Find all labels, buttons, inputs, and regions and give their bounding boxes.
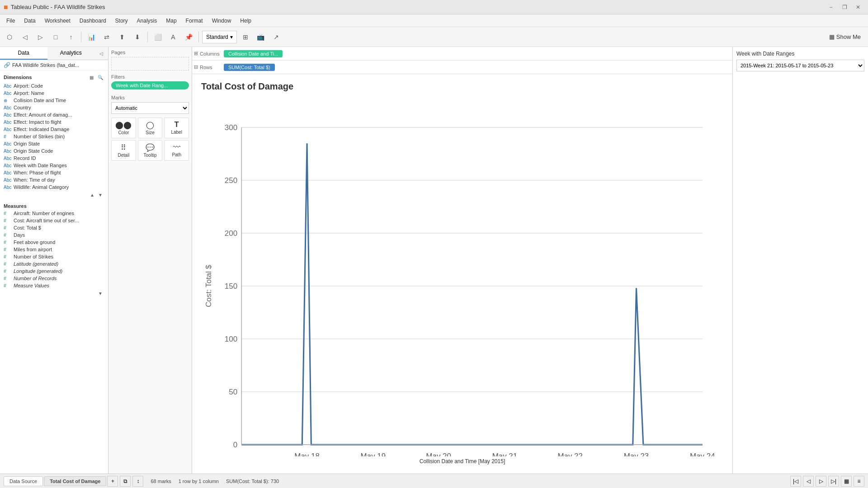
minimize-button[interactable]: − (825, 3, 837, 12)
pages-drop-zone (111, 57, 189, 70)
show-me-button[interactable]: ▦ Show Me (825, 32, 865, 42)
dimensions-scroll-up[interactable]: ▲ (88, 191, 96, 199)
swap-button[interactable]: ⇄ (100, 30, 113, 44)
dimension-item[interactable]: AbcOrigin State (0, 140, 108, 147)
prev-page-button[interactable]: ◁ (803, 476, 814, 487)
dimension-item[interactable]: AbcWeek with Date Ranges (0, 162, 108, 169)
svg-text:250: 250 (225, 176, 237, 185)
dropdown-arrow-icon: ▾ (230, 34, 233, 40)
duplicate-sheet-button[interactable]: ⧉ (120, 476, 131, 487)
measure-type-icon: # (4, 247, 12, 252)
columns-pill[interactable]: Collision Date and Ti... (224, 50, 283, 57)
marks-label-button[interactable]: T Label (164, 117, 189, 138)
measures-scroll-down[interactable]: ▼ (96, 289, 104, 297)
dimension-item[interactable]: AbcOrigin State Code (0, 147, 108, 155)
tab-total-cost[interactable]: Total Cost of Damage (44, 476, 106, 486)
sort-asc-button[interactable]: ⬆ (115, 30, 129, 44)
rows-shelf-label: ⊟ Rows (194, 64, 221, 70)
move-sheet-button[interactable]: ↕ (132, 476, 143, 487)
measure-item[interactable]: #Number of Records (0, 275, 108, 282)
svg-text:May 23: May 23 (624, 452, 649, 456)
label-button[interactable]: A (166, 30, 180, 44)
menu-item-file[interactable]: File (2, 16, 19, 26)
x-axis-label: Collision Date and Time [May 2015] (201, 458, 723, 465)
back-button[interactable]: ◁ (18, 30, 32, 44)
measure-item[interactable]: #Aircraft: Number of engines (0, 210, 108, 217)
dimensions-scroll-down[interactable]: ▼ (96, 191, 104, 199)
dimension-item[interactable]: AbcWildlife: Animal Category (0, 183, 108, 191)
marks-grid: ⬤⬤ Color ◯ Size T Label ⠿ Detail 💬 Toolt… (111, 117, 189, 161)
measure-item[interactable]: #Days (0, 231, 108, 239)
maximize-button[interactable]: ❐ (838, 3, 851, 12)
measure-item[interactable]: #Cost: Aircraft time out of ser... (0, 217, 108, 224)
dimension-item[interactable]: AbcEffect: Amount of damag... (0, 111, 108, 118)
measure-item[interactable]: #Latitude (generated) (0, 260, 108, 267)
fit-button[interactable]: ⊞ (239, 30, 252, 44)
dim-grid-view-button[interactable]: ▦ (87, 73, 95, 81)
marks-type-select[interactable]: Automatic Bar Line Area Circle (111, 102, 189, 114)
save-button[interactable]: □ (49, 30, 62, 44)
measure-type-icon: # (4, 276, 12, 281)
dimension-item[interactable]: AbcWhen: Time of day (0, 176, 108, 183)
group-button[interactable]: ⬜ (151, 30, 165, 44)
menu-item-dashboard[interactable]: Dashboard (75, 16, 111, 26)
menu-item-worksheet[interactable]: Worksheet (40, 16, 75, 26)
marks-color-button[interactable]: ⬤⬤ Color (111, 117, 136, 138)
menu-item-window[interactable]: Window (208, 16, 236, 26)
sum-status: SUM(Cost: Total $): 730 (226, 479, 279, 484)
dimension-item[interactable]: ⊕Collision Date and Time (0, 97, 108, 104)
menu-item-help[interactable]: Help (236, 16, 256, 26)
present-button[interactable]: 📺 (254, 30, 268, 44)
measure-item[interactable]: #Number of Strikes (0, 253, 108, 260)
next-page-button[interactable]: ▷ (816, 476, 826, 487)
first-page-button[interactable]: |◁ (790, 476, 801, 487)
dimension-item[interactable]: AbcEffect: Impact to flight (0, 118, 108, 126)
new-sheet-button[interactable]: + (107, 476, 118, 487)
dimension-item[interactable]: AbcRecord ID (0, 155, 108, 162)
statusbar-right-controls: |◁ ◁ ▷ ▷| ▦ ≡ (790, 476, 864, 487)
menu-item-story[interactable]: Story (111, 16, 132, 26)
dimension-item[interactable]: AbcEffect: Indicated Damage (0, 126, 108, 133)
marks-detail-button[interactable]: ⠿ Detail (111, 140, 136, 161)
standard-dropdown[interactable]: Standard ▾ (202, 31, 237, 43)
measure-item[interactable]: #Longitude (generated) (0, 267, 108, 275)
marks-path-button[interactable]: 〰 Path (164, 140, 189, 161)
close-button[interactable]: ✕ (852, 3, 864, 12)
tab-data-source[interactable]: Data Source (4, 476, 43, 486)
list-view-button[interactable]: ≡ (854, 476, 864, 487)
sort-desc-button[interactable]: ⬇ (131, 30, 144, 44)
measure-item[interactable]: #Miles from airport (0, 246, 108, 253)
measure-item[interactable]: #Measure Values (0, 282, 108, 289)
share-button[interactable]: ↗ (269, 30, 283, 44)
new-button[interactable]: ⬡ (3, 30, 16, 44)
dimension-item[interactable]: AbcAirport: Name (0, 89, 108, 97)
publish-button[interactable]: ↑ (64, 30, 78, 44)
measure-item[interactable]: #Cost: Total $ (0, 224, 108, 231)
dim-search-button[interactable]: 🔍 (96, 73, 104, 81)
measure-item[interactable]: #Feet above ground (0, 239, 108, 246)
marks-size-button[interactable]: ◯ Size (138, 117, 163, 138)
menu-item-analysis[interactable]: Analysis (132, 16, 162, 26)
panel-collapse-button[interactable]: ◁ (97, 49, 105, 57)
tab-data[interactable]: Data (0, 47, 47, 60)
dimension-item[interactable]: #Number of Strikes (bin) (0, 133, 108, 140)
rows-pill[interactable]: SUM(Cost: Total $) (224, 64, 275, 71)
dimension-item[interactable]: AbcAirport: Code (0, 82, 108, 89)
menu-item-data[interactable]: Data (19, 16, 40, 26)
filter-panel-dropdown[interactable]: 2015-Week 21: 2015-05-17 to 2015-05-23 (736, 60, 864, 71)
chart-type-button[interactable]: 📊 (85, 30, 98, 44)
tab-analytics[interactable]: Analytics (47, 47, 95, 60)
menu-item-map[interactable]: Map (161, 16, 181, 26)
last-page-button[interactable]: ▷| (828, 476, 839, 487)
menu-item-format[interactable]: Format (181, 16, 208, 26)
dimension-item[interactable]: AbcWhen: Phase of flight (0, 169, 108, 176)
dimension-item[interactable]: AbcCountry (0, 104, 108, 111)
marks-tooltip-button[interactable]: 💬 Tooltip (138, 140, 163, 161)
svg-text:May 20: May 20 (426, 452, 451, 456)
forward-button[interactable]: ▷ (33, 30, 47, 44)
filter-pill[interactable]: Week with Date Rang... (111, 81, 189, 89)
chart-area: Total Cost of Damage 0 50 100 150 200 25… (192, 74, 732, 474)
grid-view-button[interactable]: ▦ (841, 476, 852, 487)
fix-button[interactable]: 📌 (182, 30, 195, 44)
statusbar-tabs: Data Source Total Cost of Damage + ⧉ ↕ (4, 476, 143, 487)
